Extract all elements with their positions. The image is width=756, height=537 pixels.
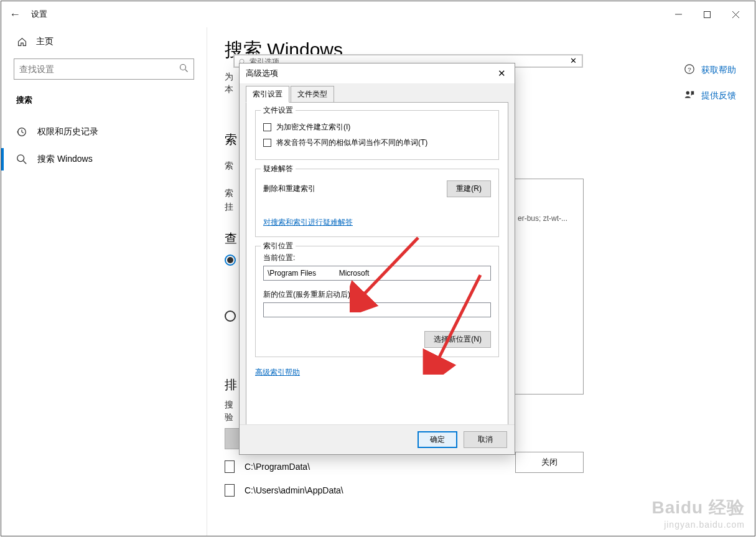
fieldset-legend: 索引位置	[261, 241, 296, 251]
sidebar-item-permissions[interactable]: 权限和历史记录	[14, 118, 194, 146]
feedback-link[interactable]: 提供反馈	[684, 89, 736, 102]
bg-dialog-close-button[interactable]: 关闭	[515, 452, 584, 473]
bg-dialog-close-icon[interactable]: ✕	[570, 56, 577, 65]
checkbox-icon	[263, 139, 271, 147]
history-icon	[16, 126, 27, 138]
checkbox-diacritics[interactable]: 将发音符号不同的相似单词当作不同的单词(T)	[263, 138, 491, 148]
cancel-button[interactable]: 取消	[464, 431, 507, 448]
svg-point-11	[686, 91, 689, 95]
minimize-button[interactable]	[664, 5, 693, 24]
tab-index-settings[interactable]: 索引设置	[246, 86, 289, 103]
watermark-url: jingyan.baidu.com	[651, 520, 745, 530]
watermark-logo: Baidu 经验	[651, 496, 745, 520]
radio-checked-icon	[225, 254, 236, 266]
help-icon: ?	[684, 63, 695, 77]
sidebar-item-search-windows[interactable]: 搜索 Windows	[14, 146, 194, 173]
dialog-title-text: 高级选项	[246, 68, 278, 79]
new-location-input[interactable]	[263, 302, 491, 317]
svg-line-8	[24, 161, 27, 164]
checkbox-encrypted-index[interactable]: 为加密文件建立索引(I)	[263, 122, 491, 133]
dialog-close-icon[interactable]: ✕	[495, 68, 508, 79]
sidebar-item-label: 搜索 Windows	[37, 154, 93, 165]
advanced-options-dialog: 高级选项 ✕ 索引设置 文件类型 文件设置 为加密文件建立索引(I) 将发	[239, 63, 515, 455]
rebuild-label: 删除和重建索引	[263, 184, 315, 194]
tab-panel: 文件设置 为加密文件建立索引(I) 将发音符号不同的相似单词当作不同的单词(T)…	[246, 102, 508, 435]
radio-unchecked-icon	[225, 311, 236, 322]
maximize-button[interactable]	[693, 5, 721, 24]
folder-icon	[225, 460, 235, 473]
excluded-path: C:\Users\admin\AppData\	[245, 485, 343, 495]
choose-new-location-button[interactable]: 选择新位置(N)	[424, 331, 491, 348]
search-input[interactable]	[19, 64, 179, 74]
sidebar-section-label: 搜索	[14, 95, 194, 106]
excluded-path: C:\ProgramData\	[245, 462, 310, 472]
excluded-folder-row[interactable]: C:\Users\admin\AppData\	[225, 484, 737, 497]
svg-point-4	[180, 65, 186, 70]
sidebar: 主页 搜索 权限和历史记录 搜索 Windows	[1, 27, 207, 536]
troubleshoot-link[interactable]: 对搜索和索引进行疑难解答	[263, 218, 353, 226]
fieldset-legend: 疑难解答	[261, 164, 296, 174]
sidebar-home[interactable]: 主页	[14, 36, 194, 47]
help-links: ? 获取帮助 提供反馈	[684, 63, 736, 102]
fieldset-index-location: 索引位置 当前位置: 新的位置(服务重新启动后): 选择新位置(N)	[255, 246, 499, 357]
svg-line-5	[185, 70, 188, 72]
checkbox-label: 为加密文件建立索引(I)	[276, 122, 350, 133]
window-title: 设置	[31, 9, 47, 20]
search-icon	[16, 154, 27, 165]
checkbox-label: 将发音符号不同的相似单词当作不同的单词(T)	[276, 138, 427, 148]
feedback-icon	[684, 89, 695, 102]
search-icon	[179, 63, 189, 75]
get-help-link[interactable]: ? 获取帮助	[684, 63, 736, 77]
sidebar-item-label: 权限和历史记录	[37, 126, 98, 138]
window-titlebar: ← 设置	[1, 1, 755, 27]
excluded-folder-row[interactable]: C:\ProgramData\	[225, 460, 737, 473]
rebuild-button[interactable]: 重建(R)	[447, 180, 491, 197]
sidebar-search[interactable]	[14, 58, 194, 80]
current-location-label: 当前位置:	[263, 253, 491, 263]
svg-rect-1	[704, 11, 710, 17]
advanced-index-help-link[interactable]: 高级索引帮助	[255, 368, 300, 376]
new-location-label: 新的位置(服务重新启动后):	[263, 289, 491, 300]
ok-button[interactable]: 确定	[418, 431, 457, 448]
sidebar-home-label: 主页	[36, 36, 54, 47]
back-button[interactable]: ←	[6, 8, 24, 21]
svg-text:?: ?	[688, 66, 691, 73]
current-location-input[interactable]	[263, 266, 491, 281]
tab-file-types[interactable]: 文件类型	[291, 86, 334, 103]
dialog-titlebar: 高级选项 ✕	[240, 63, 515, 83]
fieldset-file-settings: 文件设置 为加密文件建立索引(I) 将发音符号不同的相似单词当作不同的单词(T)	[255, 110, 499, 160]
fieldset-troubleshoot: 疑难解答 删除和重建索引 重建(R) 对搜索和索引进行疑难解答	[255, 169, 499, 237]
background-panel-fragment: er-bus; zt-wt-...	[515, 179, 584, 395]
folder-icon	[225, 484, 235, 497]
svg-point-7	[17, 155, 24, 162]
fieldset-legend: 文件设置	[261, 105, 296, 116]
home-icon	[16, 37, 27, 47]
checkbox-icon	[263, 123, 271, 131]
close-button[interactable]	[721, 5, 750, 24]
dialog-footer: 确定 取消	[240, 424, 515, 454]
watermark: Baidu 经验 jingyan.baidu.com	[651, 496, 745, 530]
